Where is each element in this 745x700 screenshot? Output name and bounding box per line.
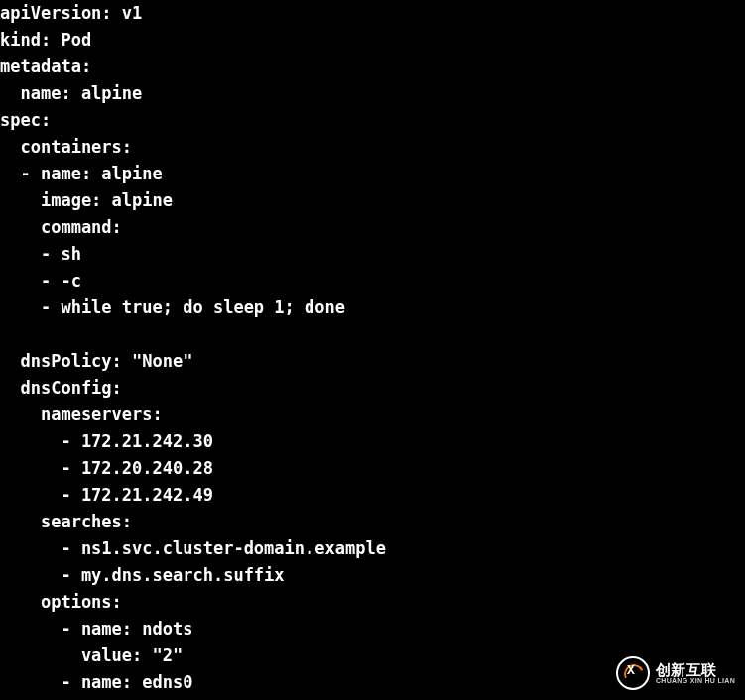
yaml-line: - name: alpine <box>0 164 163 183</box>
yaml-line: - name: edns0 <box>0 672 192 692</box>
yaml-line: - sh <box>0 244 81 264</box>
yaml-line: - while true; do sleep 1; done <box>0 297 345 317</box>
brand-name: 创新互联 <box>656 662 735 677</box>
yaml-line: - my.dns.search.suffix <box>0 565 285 585</box>
yaml-line: metadata: <box>0 57 91 76</box>
brand-subtitle: CHUANG XIN HU LIAN <box>656 677 735 684</box>
watermark: X 创新互联 CHUANG XIN HU LIAN <box>616 656 735 690</box>
yaml-line: - -c <box>0 271 81 291</box>
terminal-output: apiVersion: v1 kind: Pod metadata: name:… <box>0 0 745 700</box>
yaml-line: - 172.21.242.30 <box>0 431 213 451</box>
yaml-line: value: "2" <box>0 645 183 665</box>
yaml-line: image: alpine <box>0 190 173 210</box>
logo-icon: X <box>616 656 650 690</box>
yaml-line: name: alpine <box>0 83 142 103</box>
yaml-line: containers: <box>0 137 132 157</box>
yaml-line: dnsPolicy: "None" <box>0 351 192 371</box>
yaml-line: command: <box>0 217 122 237</box>
yaml-line: apiVersion: v1 <box>0 3 142 23</box>
yaml-line: spec: <box>0 110 51 130</box>
yaml-line: dnsConfig: <box>0 378 122 398</box>
yaml-line: kind: Pod <box>0 30 91 50</box>
yaml-line: - 172.21.242.49 <box>0 485 213 505</box>
yaml-line: options: <box>0 592 122 612</box>
yaml-line: - ns1.svc.cluster-domain.example <box>0 538 386 558</box>
yaml-line: - name: ndots <box>0 619 192 639</box>
yaml-line: nameservers: <box>0 405 163 424</box>
yaml-line: - 172.20.240.28 <box>0 458 213 478</box>
yaml-line: searches: <box>0 512 132 531</box>
